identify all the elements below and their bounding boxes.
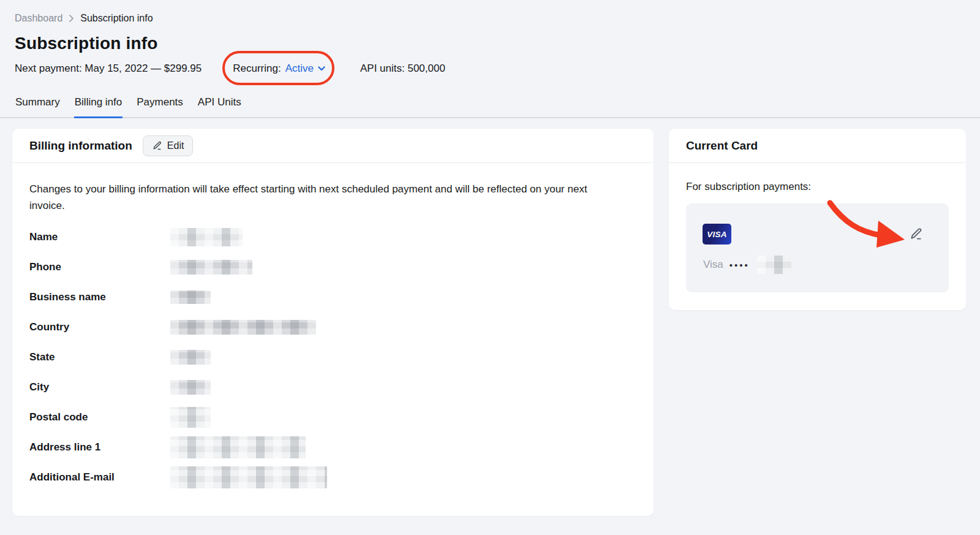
current-card-body: For subscription payments: VISA Visa •••… bbox=[669, 163, 966, 292]
field-row-name: Name bbox=[29, 222, 636, 252]
edit-billing-button[interactable]: Edit bbox=[143, 135, 194, 156]
chevron-down-icon bbox=[318, 66, 325, 71]
billing-description: Changes to your billing information will… bbox=[29, 181, 599, 214]
card-masked-digits: •••• bbox=[729, 260, 750, 270]
recurring-dropdown[interactable]: Recurring: Active bbox=[233, 63, 325, 75]
chevron-right-icon bbox=[69, 14, 74, 23]
subscription-info-row: Next payment: May 15, 2022 — $299.95 Rec… bbox=[15, 63, 445, 75]
billing-information-card: Billing information Edit Changes to your… bbox=[12, 129, 654, 516]
breadcrumb-current: Subscription info bbox=[80, 13, 153, 24]
redacted-value bbox=[170, 407, 211, 428]
tab-api-units[interactable]: API Units bbox=[197, 94, 242, 117]
billing-card-header: Billing information Edit bbox=[12, 129, 654, 163]
current-card-subtitle: For subscription payments: bbox=[686, 181, 949, 193]
field-row-city: City bbox=[29, 372, 636, 402]
visa-logo-text: VISA bbox=[707, 230, 727, 239]
field-row-postal-code: Postal code bbox=[29, 402, 636, 432]
current-card-title: Current Card bbox=[686, 139, 758, 153]
field-label: Postal code bbox=[29, 411, 170, 423]
tab-summary[interactable]: Summary bbox=[15, 94, 61, 117]
redacted-value bbox=[170, 320, 316, 335]
api-units-text: API units: 500,000 bbox=[360, 63, 445, 75]
tab-payments[interactable]: Payments bbox=[136, 94, 184, 117]
pencil-icon bbox=[152, 140, 162, 151]
field-row-address-line-1: Address line 1 bbox=[29, 432, 636, 462]
redacted-value bbox=[170, 350, 211, 365]
redacted-card-digits bbox=[757, 256, 791, 274]
billing-card-title: Billing information bbox=[29, 139, 132, 153]
next-payment-text: Next payment: May 15, 2022 — $299.95 bbox=[15, 63, 202, 75]
redacted-value bbox=[170, 290, 211, 304]
tab-billing-info[interactable]: Billing info bbox=[74, 94, 123, 118]
redacted-value bbox=[170, 228, 243, 246]
current-card-panel: Current Card For subscription payments: … bbox=[669, 129, 966, 310]
edit-card-button[interactable] bbox=[909, 227, 923, 241]
field-row-business-name: Business name bbox=[29, 282, 636, 312]
field-label: Phone bbox=[29, 261, 170, 273]
field-row-state: State bbox=[29, 342, 636, 372]
field-label: Name bbox=[29, 231, 170, 243]
field-label: Country bbox=[29, 321, 170, 333]
breadcrumb: Dashboard Subscription info bbox=[15, 13, 153, 24]
redacted-value bbox=[170, 260, 252, 275]
field-row-additional-email: Additional E-mail bbox=[29, 462, 636, 492]
redacted-value bbox=[170, 436, 306, 458]
field-label: Business name bbox=[29, 291, 170, 303]
field-label: Additional E-mail bbox=[29, 471, 170, 484]
card-brand-text: Visa bbox=[703, 259, 723, 271]
field-row-phone: Phone bbox=[29, 252, 636, 282]
recurring-label: Recurring: bbox=[233, 63, 281, 75]
card-number-line: Visa •••• bbox=[703, 256, 791, 274]
field-label: City bbox=[29, 381, 170, 393]
field-label: Address line 1 bbox=[29, 441, 170, 453]
tab-bar: Summary Billing info Payments API Units bbox=[0, 94, 980, 118]
edit-button-label: Edit bbox=[167, 140, 184, 151]
redacted-value bbox=[170, 466, 327, 488]
visa-logo: VISA bbox=[703, 224, 731, 245]
breadcrumb-dashboard-link[interactable]: Dashboard bbox=[15, 13, 62, 24]
billing-card-body: Changes to your billing information will… bbox=[12, 163, 654, 492]
recurring-status-value: Active bbox=[285, 63, 314, 75]
field-row-country: Country bbox=[29, 312, 636, 342]
payment-card-box: VISA Visa •••• bbox=[686, 203, 949, 292]
page-title: Subscription info bbox=[15, 34, 158, 53]
redacted-value bbox=[170, 380, 211, 395]
field-label: State bbox=[29, 351, 170, 363]
current-card-header: Current Card bbox=[669, 129, 966, 163]
